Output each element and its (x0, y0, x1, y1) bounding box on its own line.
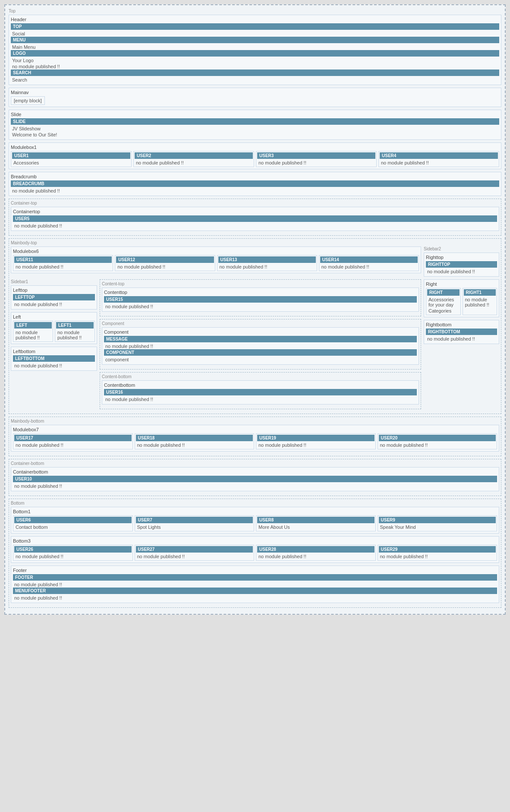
right1-bar: RIGHT1 (464, 289, 496, 296)
right-cell: RIGHT Accessories for your day Categorie… (426, 288, 461, 315)
rightbottom-title: Rightbottom (426, 322, 497, 327)
bottom-section: Bottom Bottom1 USER6 Contact bottom USER… (9, 499, 501, 608)
lefttop-title: Lefttop (13, 288, 95, 293)
user20-cell: USER20 no module published !! (378, 433, 497, 449)
user6-bar: USER6 (14, 517, 132, 523)
leftbottom-bar: LEFTBOTTOM (13, 355, 95, 362)
user18-content: no module published !! (136, 442, 253, 448)
user7-content: Spot Lights (136, 524, 253, 530)
mainbody-top-section: Mainbody-top Modulebox6 USER11 no module… (9, 238, 501, 414)
bottom1-grid: USER6 Contact bottom USER7 Spot Lights U… (13, 515, 497, 531)
breadcrumb-title: Breadcrumb (11, 174, 499, 179)
user12-content: no module published !! (116, 264, 214, 270)
user19-bar: USER19 (257, 435, 375, 441)
user13-bar: USER13 (218, 256, 316, 263)
user19-content: no module published !! (257, 442, 375, 448)
righttop-no-module: no module published !! (426, 269, 497, 275)
your-logo-text: Your Logo (11, 57, 499, 63)
left-bar: LEFT (14, 322, 52, 329)
bottom1-title: Bottom1 (13, 509, 497, 514)
modulebox6-title: Modulebox6 (13, 249, 419, 254)
user6-cell: USER6 Contact bottom (13, 515, 133, 531)
user9-content: Speak Your Mind (379, 524, 496, 530)
user11-content: no module published !! (14, 264, 112, 270)
container-top-section: Container-top Containertop USER5 no modu… (9, 199, 501, 236)
user13-cell: USER13 no module published !! (217, 255, 317, 271)
righttop-title: Righttop (426, 255, 497, 260)
sidebar2-right-wrapper: Right RIGHT Accessories for your day Cat… (424, 279, 499, 347)
logo-no-module: no module published !! (11, 63, 499, 70)
user16-bar: USER16 (104, 389, 417, 395)
sidebar1-label: Sidebar1 (11, 279, 97, 284)
user2-content: no module published !! (135, 160, 253, 166)
user29-cell: USER29 no module published !! (378, 545, 497, 561)
bottom3-panel: Bottom3 USER26 no module published !! US… (11, 536, 499, 563)
user17-bar: USER17 (14, 435, 132, 441)
contentbottom-panel: Contentbottom USER16 no module published… (102, 380, 419, 404)
component-text: component (104, 357, 417, 363)
main-menu-text: Main Menu (11, 44, 499, 50)
user14-bar: USER14 (320, 256, 418, 263)
mainbody-top-row: Modulebox6 USER11 no module published !!… (11, 246, 499, 279)
user17-content: no module published !! (14, 442, 132, 448)
user19-cell: USER19 no module published !! (256, 433, 376, 449)
search-text: Search (11, 77, 499, 83)
user27-bar: USER27 (136, 546, 253, 553)
leftbottom-panel: Leftbottom LEFTBOTTOM no module publishe… (11, 347, 97, 371)
user28-cell: USER28 no module published !! (256, 545, 376, 561)
mainbody-bottom-label: Mainbody-bottom (11, 419, 499, 423)
user13-content: no module published !! (218, 264, 316, 270)
container-bottom-label: Container-bottom (11, 461, 499, 466)
menufooter-no-module: no module published !! (13, 595, 497, 601)
right-grid: RIGHT Accessories for your day Categorie… (426, 288, 497, 315)
container-top-label: Container-top (11, 201, 499, 205)
lefttop-panel: Lefttop LEFTTOP no module published !! (11, 285, 97, 310)
modulebox1-grid: USER1 Accessories USER2 no module publis… (11, 151, 499, 167)
contenttop-title: Contenttop (104, 290, 417, 295)
containerbottom-title: Containerbottom (13, 469, 497, 474)
user7-bar: USER7 (136, 517, 253, 523)
top-label: Top (9, 9, 501, 13)
user12-bar: USER12 (116, 256, 214, 263)
contentbottom-title: Contentbottom (104, 382, 417, 388)
modulebox6-wrapper: Modulebox6 USER11 no module published !!… (11, 246, 421, 279)
component-label: Component (102, 321, 419, 326)
user4-content: no module published !! (380, 160, 498, 166)
left1-bar: LEFT1 (56, 322, 94, 329)
slide-title: Slide (11, 112, 499, 117)
user12-cell: USER12 no module published !! (115, 255, 215, 271)
left1-no-module2: no module published !! (56, 329, 94, 341)
modulebox6-grid: USER11 no module published !! USER12 no … (13, 255, 419, 271)
rightbottom-panel: Rightbottom RIGHTBOTTOM no module publis… (424, 320, 499, 344)
breadcrumb-bar: BREADCRUMB (11, 180, 499, 187)
containertop-panel: Containertop USER5 no module published !… (11, 207, 499, 231)
user18-bar: USER18 (136, 435, 253, 441)
container-bottom-section: Container-bottom Containerbottom USER10 … (9, 459, 501, 496)
user17-cell: USER17 no module published !! (13, 433, 133, 449)
sidebar2-label: Sidebar2 (424, 246, 499, 251)
sidebar1-wrapper: Sidebar1 Lefttop LEFTTOP no module publi… (11, 279, 97, 373)
user1-bar: USER1 (12, 152, 130, 159)
user9-cell: USER9 Speak Your Mind (378, 515, 497, 531)
user26-content: no module published !! (14, 553, 132, 559)
mainbody-bottom-section: Mainbody-bottom Modulebox7 USER17 no mod… (9, 417, 501, 456)
user7-cell: USER7 Spot Lights (135, 515, 255, 531)
content-top-label: Content-top (102, 281, 419, 286)
social-text: Social (11, 31, 499, 37)
logo-bar: LOGO (11, 50, 499, 57)
mainnav-panel: Mainnav [empty block] (9, 88, 501, 107)
content-wrapper: Content-top Contenttop USER15 no module … (100, 279, 421, 412)
footer-bar: FOOTER (13, 574, 497, 581)
lefttop-bar: LEFTTOP (13, 294, 95, 300)
user8-content: More About Us (257, 524, 375, 530)
menu-bar: MENU (11, 37, 499, 43)
right1-cell: RIGHT1 no module published !! (463, 288, 497, 315)
user4-cell: USER4 no module published !! (378, 151, 499, 167)
component-title: Component (104, 329, 417, 335)
user15-bar: USER15 (104, 296, 417, 303)
slide-bar: SLIDE (11, 118, 499, 125)
categories-text: Categories (427, 308, 460, 314)
rightbottom-no-module: no module published !! (426, 336, 497, 342)
modulebox6-panel: Modulebox6 USER11 no module published !!… (11, 246, 421, 273)
header-panel: Header TOP Social MENU Main Menu LOGO Yo… (9, 15, 501, 85)
